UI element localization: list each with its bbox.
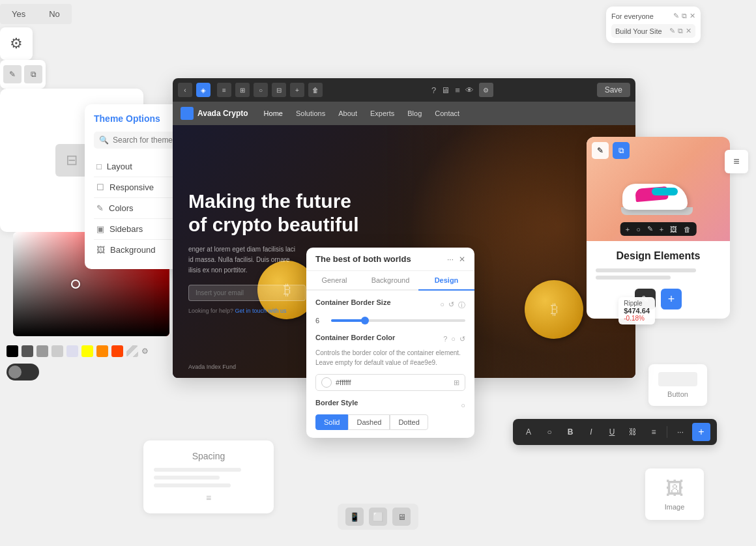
tab-design[interactable]: Design bbox=[418, 271, 474, 291]
edit-card-pencil[interactable]: ✎ bbox=[3, 65, 22, 83]
border-style-toggle[interactable]: ○ bbox=[461, 401, 465, 409]
di-tool-trash[interactable]: 🗑 bbox=[684, 225, 691, 233]
copy2-icon[interactable]: ⧉ bbox=[678, 27, 683, 35]
no-button[interactable]: No bbox=[37, 4, 72, 24]
border-size-info-icon[interactable]: ⓘ bbox=[458, 300, 465, 310]
yes-button[interactable]: Yes bbox=[0, 4, 37, 24]
swatch-yellow[interactable] bbox=[81, 345, 93, 357]
di-tool-plus2[interactable]: + bbox=[660, 225, 663, 233]
clock-btn[interactable]: ○ bbox=[254, 83, 268, 97]
grid-btn[interactable]: ⊞ bbox=[235, 83, 250, 97]
right-panel-filters-icon[interactable]: ≡ bbox=[725, 150, 748, 173]
hero-email-input[interactable] bbox=[188, 285, 306, 301]
button-placeholder-box bbox=[658, 372, 697, 386]
dark-mode-toggle[interactable] bbox=[7, 364, 39, 381]
swatch-red[interactable] bbox=[111, 345, 123, 357]
nav-about[interactable]: About bbox=[333, 109, 362, 117]
text-tool-link[interactable]: ⛓ bbox=[624, 423, 642, 441]
border-color-reset-icon[interactable]: ↺ bbox=[459, 335, 465, 343]
trash-btn[interactable]: 🗑 bbox=[308, 83, 323, 97]
desktop-icon[interactable]: 🖥 bbox=[441, 85, 450, 95]
swatch-transparent[interactable] bbox=[126, 345, 138, 357]
nav-home[interactable]: Home bbox=[259, 109, 288, 117]
border-solid-btn[interactable]: Solid bbox=[315, 414, 348, 430]
edit2-icon[interactable]: ✎ bbox=[669, 27, 675, 35]
border-size-link-icon[interactable]: ○ bbox=[440, 300, 444, 310]
swatch-lightblue[interactable] bbox=[66, 345, 78, 357]
desktop2-btn[interactable]: 🖥 bbox=[392, 508, 411, 526]
design-img-crop-btn[interactable]: ⧉ bbox=[613, 142, 630, 159]
tab-background[interactable]: Background bbox=[362, 271, 418, 291]
tab-general[interactable]: General bbox=[306, 271, 362, 291]
border-dotted-btn[interactable]: Dotted bbox=[390, 414, 428, 430]
layers2-icon[interactable]: ≡ bbox=[455, 85, 460, 95]
border-color-desc: Controls the border color of the contain… bbox=[315, 348, 465, 367]
dialog-close-icon[interactable]: ✕ bbox=[459, 255, 465, 264]
color-swatches: ⚙ bbox=[7, 345, 189, 357]
layers-btn[interactable]: ≡ bbox=[217, 83, 231, 97]
text-tool-italic[interactable]: I bbox=[582, 423, 600, 441]
text-tool-bold[interactable]: B bbox=[561, 423, 579, 441]
browser-toolbar-right: ? 🖥 ≡ 👁 ⚙ bbox=[332, 83, 593, 97]
dialog-more-icon[interactable]: ··· bbox=[447, 255, 454, 264]
color-value[interactable]: #ffffff bbox=[336, 379, 450, 386]
de-add-btn[interactable]: + bbox=[661, 289, 682, 309]
border-size-thumb[interactable] bbox=[361, 317, 369, 324]
text-tool-divider bbox=[667, 426, 667, 438]
help-icon[interactable]: ? bbox=[431, 85, 436, 95]
copy-icon[interactable]: ⧉ bbox=[682, 12, 687, 20]
border-color-help-icon[interactable]: ? bbox=[443, 335, 447, 343]
text-tool-circle[interactable]: ○ bbox=[540, 423, 559, 441]
hero-fund: Avada Index Fund bbox=[188, 364, 236, 370]
text-tool-underline[interactable]: U bbox=[603, 423, 621, 441]
color-copy-icon[interactable]: ⊞ bbox=[454, 379, 459, 387]
browser-back[interactable]: ‹ bbox=[178, 83, 192, 97]
add-btn[interactable]: + bbox=[290, 83, 304, 97]
brand-name: Avada Crypto bbox=[197, 109, 248, 118]
tablet-btn[interactable]: ⬜ bbox=[369, 508, 387, 526]
delete2-icon[interactable]: ✕ bbox=[686, 27, 691, 35]
color-preview[interactable] bbox=[321, 377, 332, 388]
text-tool-add[interactable]: + bbox=[692, 423, 710, 441]
swatch-orange[interactable] bbox=[96, 345, 108, 357]
di-tool-edit[interactable]: ✎ bbox=[647, 225, 653, 233]
ripple-ticker: Ripple $474.64 -0.18% bbox=[618, 297, 655, 324]
settings-btn[interactable]: ⚙ bbox=[479, 83, 493, 97]
text-tool-more[interactable]: ··· bbox=[671, 423, 690, 441]
nav-contact[interactable]: Contact bbox=[429, 109, 465, 117]
border-color-link-icon[interactable]: ○ bbox=[451, 335, 456, 343]
dialog-title: The best of both worlds bbox=[315, 254, 411, 264]
edit-icon[interactable]: ✎ bbox=[673, 12, 679, 20]
gear-card: ⚙ bbox=[0, 27, 33, 60]
build-site-icons: ✎ ⧉ ✕ bbox=[669, 27, 691, 35]
text-tool-align[interactable]: ≡ bbox=[645, 423, 663, 441]
swatch-silver[interactable] bbox=[51, 345, 63, 357]
design-img-edit-btn[interactable]: ✎ bbox=[592, 142, 609, 159]
di-tool-image[interactable]: 🖼 bbox=[670, 225, 677, 233]
nav-solutions[interactable]: Solutions bbox=[291, 109, 330, 117]
text-tool-A[interactable]: A bbox=[519, 423, 538, 441]
border-dashed-btn[interactable]: Dashed bbox=[348, 414, 390, 430]
mobile-btn[interactable]: 📱 bbox=[345, 508, 364, 526]
nav-experts[interactable]: Experts bbox=[365, 109, 400, 117]
border-size-reset-icon[interactable]: ↺ bbox=[448, 300, 454, 310]
design-elements-body: Design Elements ✎ + bbox=[587, 241, 730, 319]
nav-blog[interactable]: Blog bbox=[402, 109, 427, 117]
color-picker-dot[interactable] bbox=[71, 280, 80, 289]
swatch-gray[interactable] bbox=[22, 345, 33, 357]
hero-help-link[interactable]: Get in touch with us bbox=[235, 308, 287, 314]
eye-icon[interactable]: 👁 bbox=[465, 85, 474, 95]
swatch-more-icon[interactable]: ⚙ bbox=[141, 347, 149, 356]
save-button[interactable]: Save bbox=[597, 83, 630, 97]
border-size-track[interactable] bbox=[331, 319, 465, 322]
table-btn[interactable]: ⊟ bbox=[272, 83, 286, 97]
edit-card-crop[interactable]: ⧉ bbox=[24, 65, 42, 83]
colors-label: Colors bbox=[109, 203, 134, 213]
gear-icon[interactable]: ⚙ bbox=[10, 35, 23, 52]
swatch-black[interactable] bbox=[7, 345, 18, 357]
coin-right: ₿ bbox=[525, 280, 583, 339]
delete-icon[interactable]: ✕ bbox=[690, 12, 695, 20]
swatch-lightgray[interactable] bbox=[36, 345, 48, 357]
di-tool-circle[interactable]: ○ bbox=[636, 225, 641, 233]
di-tool-add[interactable]: + bbox=[626, 225, 630, 233]
